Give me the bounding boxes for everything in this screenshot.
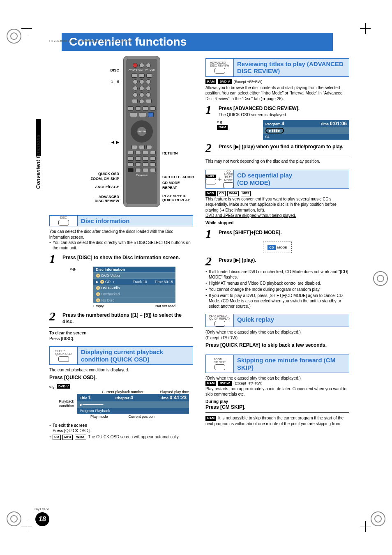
callout-nav: ◀, ▶	[74, 140, 119, 144]
callout-quickosd: QUICK OSD	[74, 172, 119, 176]
lbl-curpos: Current position	[129, 415, 155, 419]
side-section-label: Convenient functions	[35, 134, 41, 189]
step-num-2: 2	[49, 311, 58, 325]
quickosd-osd: Title 1 Chapter 4 Time 0:41:23 ▶━━━━━━━━…	[77, 394, 189, 414]
keycap-icon	[214, 68, 225, 74]
keycap-icon	[214, 321, 225, 327]
lbl-pbcond: Playback condition	[49, 399, 74, 409]
callout-repeat: REPEAT	[162, 186, 208, 190]
section-cdmode-head: SHIFT + CD MODE PLAY MODE CD sequential …	[205, 170, 349, 189]
disc-info-osd-header: Disc Information	[93, 267, 175, 272]
step-num-1b: 1	[205, 104, 214, 117]
section-disc-info-head: DISC Disc information	[49, 215, 193, 226]
disc-btn-label: DISC	[60, 216, 67, 219]
page-number: 18	[35, 512, 49, 526]
quickosd-press: Press [QUICK OSD].	[49, 374, 193, 381]
section-quickreplay-head: PLAY SPEED QUICK REPLAY Quick replay	[205, 314, 349, 327]
keycap-icon	[214, 364, 225, 370]
disc-step2: Press the numbered buttons ([1] – [5]) t…	[62, 311, 193, 325]
cdmode-step1: Press [SHIFT]+[CD MODE].	[219, 228, 349, 239]
cmskip-during: During play	[205, 399, 349, 405]
callout-return: RETURN	[162, 151, 208, 155]
cdmode-b4: If you want to play a DVD, press [SHIFT]…	[205, 293, 349, 309]
step-num-1: 1	[49, 253, 58, 264]
rqt-code: RQT7972	[35, 507, 49, 511]
advreview-note: This may not work depending on the disc …	[205, 159, 349, 164]
quickosd-footer: The QUICK OSD screen will appear automat…	[88, 435, 180, 439]
callout-1to5: 1 – 5	[74, 80, 119, 84]
cdmode-while: While stopped	[205, 220, 349, 226]
quickreplay-btn-label: PLAY SPEED QUICK REPLAY	[209, 314, 230, 320]
advreview-osd: Program 4 Time 0:01:06 ▶▮▮▮▶ 04	[263, 120, 349, 140]
cmskip-intro: Play restarts from approximately a minut…	[205, 386, 349, 397]
cmskip-line1: (Only when the elapsed play time can be …	[205, 375, 349, 381]
qr-line1: (Only when the elapsed play time can be …	[205, 329, 349, 335]
advreview-except: (Except +R/+RW)	[233, 79, 262, 83]
cdmode-b3: You cannot change the mode during progra…	[205, 287, 349, 292]
advreview-sub1: The QUICK OSD screen is displayed.	[219, 112, 349, 117]
exit-head: To exit the screen	[53, 423, 87, 428]
cmskip-note: It is not possible to skip through the c…	[205, 416, 344, 426]
step-num-1c: 1	[205, 228, 214, 239]
qr-press: Press [QUICK REPLAY] to skip back a few …	[205, 342, 349, 348]
cdmode-b2: HighMAT menus and Video CD playback cont…	[205, 281, 349, 286]
empty-label: Empty	[93, 304, 104, 308]
callout-cdmode: CD MODE	[162, 181, 208, 185]
quickosd-btn-label: SLEEP QUICK OSD	[55, 350, 71, 355]
advreview-step2: Press [▶] (play) when you find a title/p…	[219, 142, 349, 153]
section-advreview-head: ADVANCED DISC REVIEW Reviewing titles to…	[205, 58, 349, 77]
eg-label: e.g.	[70, 267, 76, 272]
callout-subtitle: SUBTITLE, AUDIO	[162, 175, 208, 179]
cdmode-intro: This feature is very convenient if you w…	[205, 196, 349, 213]
lbl-playmode: Play mode	[90, 415, 108, 419]
section-quickreplay-title: Quick replay	[234, 314, 349, 327]
callout-playspeed: PLAY SPEED, QUICK REPLAY	[162, 194, 208, 202]
clear-head: To clear the screen	[49, 330, 193, 336]
section-cmskip-title: Skipping one minute forward (CM SKIP)	[234, 355, 349, 373]
dvdv-badge: DVD-V	[57, 384, 70, 389]
section-cmskip-head: ZOOM CM SKIP Skipping one minute forward…	[205, 355, 349, 373]
callout-advreview: ADVANCED DISC REVIEW	[74, 195, 119, 203]
keycap-icon	[58, 220, 69, 226]
advreview-btn-label: ADVANCED DISC REVIEW	[210, 61, 229, 67]
remote-diagram: AV SYSTEM TV VCR ENTER	[74, 56, 193, 212]
disc-info-osd: Disc Information 📀 DVD-Video ▶ 📀 CD ♪Tra…	[93, 267, 175, 303]
section-disc-info-title: Disc information	[78, 216, 193, 226]
left-column: AV SYSTEM TV VCR ENTER	[49, 56, 193, 441]
notread-label: Not yet read	[155, 304, 175, 308]
step-num-2c: 2	[205, 256, 214, 267]
cmskip-btn-label: ZOOM CM SKIP	[214, 358, 226, 364]
cdmode-b1: If all loaded discs are DVD or unchecked…	[205, 269, 349, 280]
advreview-step1: Press [ADVANCED DISC REVIEW].	[219, 106, 300, 111]
clear-body: Press [DISC].	[49, 336, 193, 342]
callout-zoom: ZOOM, CM SKIP	[74, 177, 119, 181]
cmskip-press: Press [CM SKIP].	[205, 404, 349, 410]
bookmark-text: HT730.book Page 18 Wednesday, June 1, 20…	[49, 39, 132, 43]
quickosd-intro: The current playback condition is displa…	[49, 367, 193, 373]
right-column: ADVANCED DISC REVIEW Reviewing titles to…	[205, 56, 349, 441]
keycap-icon	[58, 356, 69, 362]
section-advreview-title: Reviewing titles to play (ADVANCED DISC …	[234, 59, 349, 76]
qr-line2: (Except +R/+RW)	[205, 335, 349, 341]
lbl-elapsed: Elapsed play time	[160, 390, 189, 394]
disc-step1: Press [DISC] to show the Disc informatio…	[62, 253, 193, 264]
section-quickosd-head: SLEEP QUICK OSD Displaying current playb…	[49, 346, 193, 365]
disc-info-intro1: You can select the disc after checking t…	[49, 229, 193, 240]
section-cdmode-title: CD sequential play (CD MODE)	[234, 170, 349, 188]
callout-disc: DISC	[74, 68, 119, 72]
cd-mode-display: CDMODE	[263, 242, 292, 253]
eg-label-2: e.g.	[49, 385, 55, 389]
exit-body: Press [QUICK OSD].	[53, 428, 91, 433]
callout-angle: ANGLE/PAGE	[74, 185, 119, 189]
cdmode-step2: Press [▶] (play).	[219, 256, 349, 267]
advreview-intro: Allows you to browse the disc contents a…	[205, 85, 349, 102]
cmskip-except: (Except +R/+RW)	[233, 381, 262, 385]
section-quickosd-title: Displaying current playback condition (Q…	[78, 347, 193, 364]
lbl-curnum: Current playback number	[102, 390, 143, 394]
cdmode-skipnote: DVD and JPEG are skipped without being p…	[205, 213, 349, 219]
disc-info-intro2: You can also select the disc directly wi…	[49, 240, 193, 251]
